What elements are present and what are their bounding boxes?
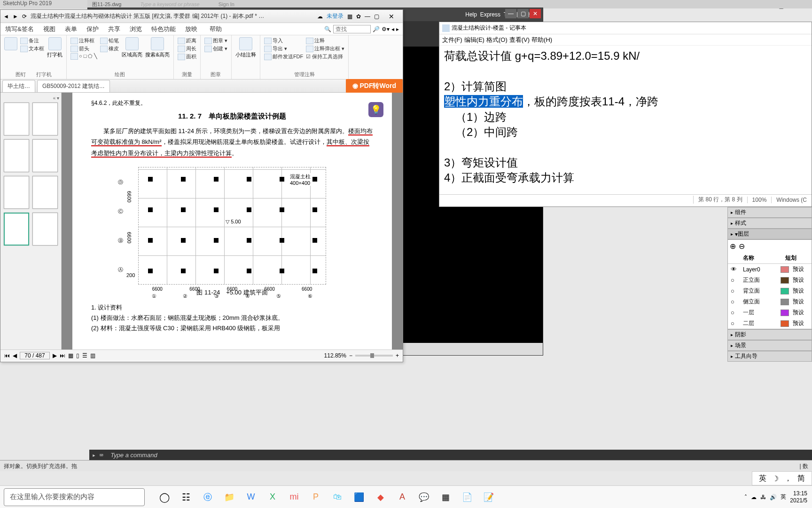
autocad-menu-help[interactable]: Help [465, 11, 477, 18]
su-command-line[interactable]: ▸ ⌨ Type a command [89, 450, 812, 460]
layer-color-swatch[interactable] [781, 288, 789, 294]
visibility-icon[interactable]: ○ [731, 309, 739, 316]
forward-icon[interactable]: ► [13, 13, 18, 20]
nav-prev-icon[interactable]: ◀ [13, 352, 17, 359]
cloud-icon[interactable]: ☁ [317, 13, 323, 20]
pdf-tab[interactable]: GB50009-2012 建筑结… [37, 80, 110, 92]
layout-cont-icon[interactable]: ☰ [82, 352, 87, 359]
refresh-icon[interactable]: ⟳ [22, 13, 27, 20]
page-indicator[interactable]: 70 / 487 [20, 352, 50, 359]
np-menu-file[interactable]: 文件(F) [442, 36, 462, 44]
tray-volume-icon[interactable]: 🔊 [770, 494, 777, 500]
autocad-menu-express[interactable]: Express [480, 11, 500, 18]
rib-summary[interactable]: 小结注释 [235, 37, 256, 58]
pdf-close[interactable]: ✕ [383, 13, 400, 20]
visibility-icon[interactable]: ○ [731, 320, 739, 327]
su-panel-shadows[interactable]: 阴影 [727, 329, 812, 340]
page-thumbnail[interactable] [32, 213, 58, 246]
np-menu-view[interactable]: 查看(V) [509, 36, 530, 44]
pdf-menu-sign[interactable]: 填写&签名 [0, 25, 39, 33]
grid-icon[interactable]: ▦ [347, 13, 352, 20]
ime-simplified[interactable]: 简 [797, 474, 805, 484]
su-panel-styles[interactable]: 样式 [727, 218, 812, 229]
task-view-icon[interactable]: ◯ [154, 487, 175, 508]
pdf-minimize[interactable]: — [365, 13, 370, 20]
nav-next-icon[interactable]: ▶ [53, 352, 57, 359]
taskbar-search[interactable]: 在这里输入你要搜索的内容 [4, 488, 145, 506]
zoom-in-icon[interactable]: + [396, 352, 399, 359]
pdf-maximize[interactable]: ▢ [374, 13, 379, 20]
rib-area-hl[interactable]: 区域高亮 [122, 37, 142, 60]
wechat-icon[interactable]: 💬 [414, 487, 434, 508]
np-menu-edit[interactable]: 编辑(E) [464, 36, 484, 44]
rib-pushpin[interactable] [4, 37, 17, 58]
layer-color-swatch[interactable] [781, 310, 789, 316]
rib-arrow[interactable]: 箭头 [70, 45, 97, 52]
ime-toolbar[interactable]: 英 ☽ ， 简 [752, 471, 812, 485]
pdf-menu-browse[interactable]: 浏览 [125, 25, 147, 33]
np-menu-format[interactable]: 格式(O) [486, 36, 508, 44]
page-thumbnail[interactable] [4, 103, 29, 135]
ime-lang[interactable]: 英 [759, 474, 766, 484]
layer-row[interactable]: ○ 二层 预设 [728, 318, 812, 329]
rib-create[interactable]: 创建 ▾ [204, 45, 227, 52]
pdf-taskbar-icon[interactable]: 📄 [457, 487, 477, 508]
rib-textbox[interactable]: 文本框 [20, 45, 44, 52]
visibility-icon[interactable]: ○ [731, 287, 739, 294]
word-icon[interactable]: W [241, 487, 261, 508]
layout-icon[interactable]: ▦ [68, 352, 73, 359]
rib-annot[interactable]: 注释 [306, 37, 344, 44]
pdf-menu-help[interactable]: 帮助 [205, 25, 226, 33]
rib-area[interactable]: 面积 [178, 53, 196, 60]
pdf-to-word-button[interactable]: ◉ PDF转Word [346, 79, 403, 93]
cad-search-placeholder[interactable]: Type a keyword or phrase [140, 1, 199, 7]
taskbar-clock[interactable]: 13:15 2021/5 [790, 490, 807, 504]
layout-double-icon[interactable]: ▥ [90, 352, 95, 359]
pdf-menu-feature[interactable]: 特色功能 [147, 25, 180, 33]
page-thumbnail[interactable] [4, 139, 29, 172]
rib-stamp[interactable]: 图章 ▾ [204, 37, 227, 44]
nav-first-icon[interactable]: ⏮ [4, 352, 10, 359]
ac-minimize[interactable]: — [505, 9, 516, 18]
store-icon[interactable]: 🛍 [327, 487, 348, 508]
rib-eraser[interactable]: 橡皮 [100, 45, 119, 52]
np-menu-help[interactable]: 帮助(H) [531, 36, 552, 44]
rib-comment-box[interactable]: 注释框 [70, 37, 97, 44]
nav-last-icon[interactable]: ⏭ [60, 352, 65, 359]
tray-cloud-icon[interactable]: ☁ [751, 494, 757, 500]
rib-annot-popup[interactable]: 注释弹出框 ▾ [306, 45, 344, 52]
page-thumbnail[interactable] [32, 103, 58, 135]
mi-icon[interactable]: mi [284, 487, 304, 508]
sketchup-taskbar-icon[interactable]: ◆ [370, 487, 391, 508]
rib-export[interactable]: 导出 ▾ [264, 45, 303, 52]
rib-pencil[interactable]: 铅笔 [100, 37, 119, 44]
rib-keep-tool[interactable]: ☑ 保持工具选择 [306, 53, 344, 60]
ac-maximize[interactable]: ▢ [517, 9, 529, 18]
search-icon[interactable]: 🔍 [324, 26, 331, 32]
layer-row[interactable]: ○ 一层 预设 [728, 307, 812, 318]
search-settings-icon[interactable]: ⚙▾ [382, 26, 390, 32]
page-thumbnail[interactable] [32, 139, 58, 172]
visibility-icon[interactable]: ○ [731, 298, 739, 305]
ppt-icon[interactable]: P [305, 487, 326, 508]
layout-single-icon[interactable]: ▯ [76, 352, 79, 359]
su-panel-scenes[interactable]: 场景 [727, 340, 812, 351]
back-icon[interactable]: ◄ [3, 13, 9, 20]
cad-signin[interactable]: Sign In [219, 1, 234, 7]
pdf-menu-play[interactable]: 放映 [180, 25, 202, 33]
pdf-search-input[interactable] [333, 25, 371, 33]
rib-shapes[interactable]: ○ □ ⬠ ╲ [70, 53, 97, 60]
hint-bulb-icon[interactable]: 💡 [368, 102, 383, 117]
pdf-tab[interactable]: 毕土结… [2, 80, 35, 92]
edge-icon[interactable]: ⓔ [197, 487, 218, 508]
visibility-icon[interactable]: 👁 [731, 266, 739, 273]
tray-network-icon[interactable]: 🖧 [760, 494, 766, 500]
search-next-icon[interactable]: ▸ [396, 26, 399, 32]
notepad-text-area[interactable]: 荷载总设计值 g+q=3.89+12.0=15.9 kN/ 2）计算简图 塑性内… [439, 46, 812, 194]
search-go-icon[interactable]: 🔎 [373, 26, 380, 32]
layer-row[interactable]: ○ 侧立面 预设 [728, 296, 812, 307]
layer-color-swatch[interactable] [781, 277, 789, 284]
pdf-page-viewport[interactable]: 💡 §4.6.2，此处不重复。 11. 2. 7 单向板肋梁楼盖设计例题 某多层… [62, 93, 403, 349]
layer-color-swatch[interactable] [781, 266, 789, 273]
pdf-menu-share[interactable]: 共享 [103, 25, 125, 33]
